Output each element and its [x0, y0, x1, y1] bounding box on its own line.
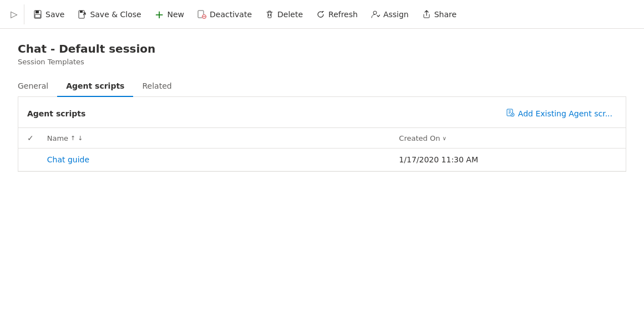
row-name-cell: Chat guide [38, 149, 391, 171]
chat-guide-link[interactable]: Chat guide [47, 155, 89, 164]
save-close-label: Save & Close [90, 10, 141, 19]
svg-point-11 [373, 11, 377, 14]
share-label: Share [434, 10, 457, 19]
share-button[interactable]: Share [415, 4, 463, 24]
delete-label: Delete [277, 10, 303, 19]
add-existing-label: Add Existing Agent scr... [518, 109, 612, 118]
add-existing-icon [506, 108, 515, 119]
svg-rect-1 [36, 11, 39, 13]
new-button[interactable]: + New [148, 4, 191, 24]
agent-scripts-section: Agent scripts Add Existing Agent scr... [18, 97, 626, 172]
delete-icon [265, 10, 274, 19]
page-content: Chat - Default session Session Templates… [0, 29, 644, 172]
new-label: New [167, 10, 184, 19]
tab-general[interactable]: General [18, 77, 57, 97]
checkmark-icon: ✓ [27, 134, 34, 142]
section-title: Agent scripts [27, 109, 85, 118]
svg-rect-2 [35, 14, 40, 18]
refresh-icon [316, 10, 325, 19]
page-subtitle: Session Templates [18, 58, 626, 66]
share-icon [422, 10, 431, 19]
row-createdon-cell: 1/17/2020 11:30 AM [390, 149, 626, 171]
save-close-icon [78, 10, 87, 19]
table-row: Chat guide 1/17/2020 11:30 AM [18, 149, 626, 171]
check-header: ✓ [18, 128, 38, 149]
delete-button[interactable]: Delete [258, 4, 310, 24]
agent-scripts-table: ✓ Name ↑ ↓ Created On ∨ [18, 128, 626, 171]
createdon-col-label: Created On [399, 134, 440, 142]
assign-button[interactable]: Assign [364, 4, 415, 24]
name-col-label: Name [47, 134, 68, 142]
back-icon: ▷ [11, 9, 17, 19]
section-header: Agent scripts Add Existing Agent scr... [18, 97, 626, 128]
refresh-button[interactable]: Refresh [310, 4, 364, 24]
new-icon: + [155, 9, 164, 20]
toolbar: ▷ Save Save & Close + New [0, 0, 644, 29]
row-check-cell[interactable] [18, 149, 38, 171]
deactivate-button[interactable]: Deactivate [191, 4, 258, 24]
tab-agent-scripts[interactable]: Agent scripts [57, 77, 133, 97]
assign-icon [371, 10, 380, 19]
tab-related[interactable]: Related [133, 77, 180, 97]
refresh-label: Refresh [328, 10, 358, 19]
assign-label: Assign [383, 10, 409, 19]
table-header: ✓ Name ↑ ↓ Created On ∨ [18, 128, 626, 149]
save-button[interactable]: Save [27, 4, 71, 24]
tabs-container: General Agent scripts Related [18, 77, 626, 97]
sort-desc-icon: ↓ [78, 135, 83, 142]
svg-rect-4 [80, 11, 83, 13]
createdon-dropdown-icon: ∨ [442, 135, 446, 141]
add-existing-button[interactable]: Add Existing Agent scr... [501, 106, 617, 121]
createdon-column-header[interactable]: Created On ∨ [390, 128, 626, 149]
page-title: Chat - Default session [18, 42, 626, 55]
back-button[interactable]: ▷ [4, 4, 24, 24]
deactivate-icon [197, 10, 206, 19]
sort-asc-icon: ↑ [70, 135, 75, 142]
save-label: Save [45, 10, 64, 19]
name-column-header[interactable]: Name ↑ ↓ [38, 128, 391, 149]
save-icon [33, 10, 42, 19]
deactivate-label: Deactivate [210, 10, 252, 19]
save-close-button[interactable]: Save & Close [71, 4, 148, 24]
